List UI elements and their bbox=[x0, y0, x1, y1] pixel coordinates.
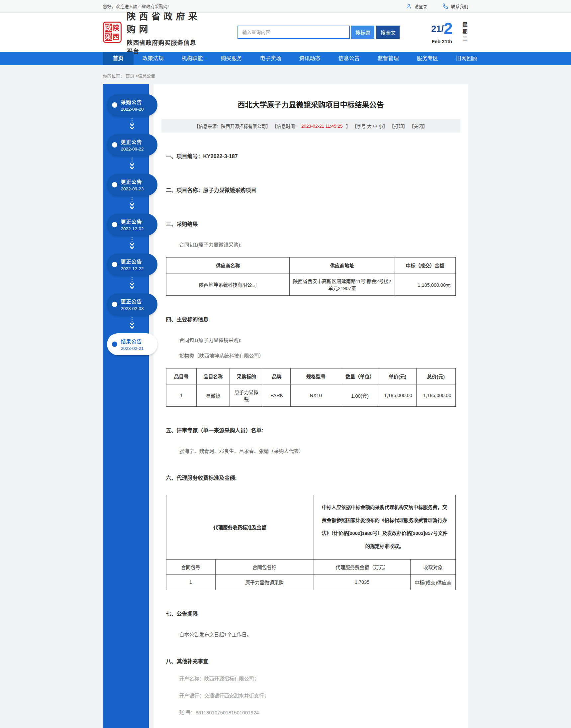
table-header: 合同包号 bbox=[166, 559, 215, 575]
meta-print-button[interactable]: 【打印】 bbox=[389, 123, 407, 129]
search-title-button[interactable]: 搜标题 bbox=[351, 26, 374, 39]
nav-item-news[interactable]: 资讯动态 bbox=[290, 52, 330, 65]
timeline-arrow-icon bbox=[107, 276, 157, 293]
nav-item-announcements[interactable]: 信息公告 bbox=[330, 52, 369, 65]
timeline-date: 2022-12-02 bbox=[121, 226, 157, 231]
breadcrumb-current: >信息公告 bbox=[135, 74, 155, 78]
timeline-date: 2023-02-03 bbox=[121, 306, 157, 311]
table-header: 供应商名称 bbox=[166, 257, 290, 274]
table-header: 合同包名称 bbox=[215, 559, 314, 575]
date-month: 2 bbox=[444, 21, 453, 36]
nav-item-home[interactable]: 首页 bbox=[103, 52, 133, 65]
bank-name: 开户银行：交通银行西安甜水井街支行； bbox=[166, 692, 456, 699]
bank-account-name: 开户名称：陕西开源招标有限公司； bbox=[166, 675, 456, 682]
notice-period: 自本公告发布之日起1个工作日。 bbox=[166, 631, 456, 638]
table-header: 品牌 bbox=[263, 369, 291, 385]
table-header: 供应商地址 bbox=[290, 257, 394, 274]
phone-icon bbox=[442, 3, 448, 9]
search-input[interactable] bbox=[237, 26, 350, 39]
timeline-arrow-icon bbox=[107, 196, 157, 214]
meta-close-button[interactable]: 【关闭】 bbox=[409, 123, 427, 129]
timeline-item-result-notice[interactable]: 结果公告 2023-02-21 bbox=[107, 333, 157, 355]
logo-char: 西 bbox=[113, 32, 120, 41]
meta-fontsize-controls[interactable]: 【字号 大 中 小】 bbox=[352, 123, 388, 129]
contact-link[interactable]: 联系我们 bbox=[442, 3, 468, 9]
timeline-item-correction-5[interactable]: 更正公告 2023-02-03 bbox=[107, 293, 157, 315]
bank-account-number: 账 号：86113010750181501001924 bbox=[166, 709, 456, 716]
meta-time-value: 2023-02-21 11:45:25 bbox=[301, 124, 342, 129]
timeline-label: 更正公告 bbox=[121, 298, 157, 305]
expert-list: 张海宁、魏青珂、邓良生、吕永春、张婧（采购人代表） bbox=[166, 447, 456, 454]
search-zone: 搜标题 搜全文 bbox=[237, 26, 399, 39]
timeline-item-purchase-notice[interactable]: 采购公告 2022-09-20 bbox=[107, 94, 157, 116]
weekday-label: 星期二 bbox=[461, 22, 468, 43]
project-number: KY2022-3-187 bbox=[203, 153, 238, 159]
table-row: 陕西地坤系统科技有限公司 陕西省西安市高新区唐延南路11号i都会2号楼2单元21… bbox=[166, 274, 455, 296]
category-line: 货物类（陕西地坤系统科技有限公司） bbox=[166, 352, 456, 359]
login-link[interactable]: 请登录 bbox=[406, 3, 427, 9]
article-panel: 西北大学原子力显微镜采购项目中标结果公告 【信息来源：陕西开源招标有限公司】 【… bbox=[153, 84, 468, 728]
table-header: 单价(元) bbox=[379, 369, 416, 385]
fee-payer: 中标(成交)供应商 bbox=[411, 575, 455, 590]
meta-time-label: 【信息时间： bbox=[272, 123, 299, 129]
nav-item-supervision[interactable]: 监督管理 bbox=[369, 52, 408, 65]
timeline-label: 更正公告 bbox=[121, 258, 157, 265]
package-line: 合同包1(原子力显微镜采购): bbox=[166, 336, 456, 343]
top-utility-bar: 您好，欢迎进入陕西省政府采购网! 请登录 联系我们 bbox=[0, 0, 571, 13]
main-nav: 首页 政策法规 机构职能 购买服务 电子卖场 资讯动态 信息公告 监督管理 服务… bbox=[0, 52, 571, 65]
item-brand: PARK bbox=[263, 385, 291, 407]
nav-item-functions[interactable]: 机构职能 bbox=[173, 52, 212, 65]
site-brand: 政 陕 采 西 陕西省政府采购网 陕西省政府购买服务信息平台 bbox=[103, 9, 201, 55]
package-line: 合同包1(原子力显微镜采购): bbox=[166, 241, 456, 248]
nav-item-purchase-service[interactable]: 购买服务 bbox=[212, 52, 251, 65]
timeline-dot bbox=[112, 102, 117, 108]
item-qty: 1.00(套) bbox=[341, 385, 379, 407]
nav-item-old-site[interactable]: 旧网回顾 bbox=[447, 52, 486, 65]
login-label: 请登录 bbox=[414, 3, 427, 9]
section2-heading: 二、项目名称： bbox=[166, 187, 203, 193]
section1-heading: 一、项目编号： bbox=[166, 153, 203, 159]
timeline-item-correction-2[interactable]: 更正公告 2022-09-23 bbox=[107, 174, 157, 196]
item-unit-price: 1,185,000.00 bbox=[379, 385, 416, 407]
timeline-dot bbox=[112, 341, 117, 347]
item-model: NX10 bbox=[291, 385, 341, 407]
meta-source: 【信息来源：陕西开源招标有限公司】 bbox=[194, 123, 271, 129]
item-name: 显微镜 bbox=[196, 385, 230, 407]
bid-items-table: 品目号 品目名称 采购标的 品牌 规格型号 数量（单位） 单价(元) 总价(元)… bbox=[166, 368, 456, 407]
date-day: 21 bbox=[431, 24, 441, 34]
table-header: 收取对象 bbox=[411, 559, 455, 575]
timeline-label: 结果公告 bbox=[121, 338, 157, 344]
timeline-item-correction-3[interactable]: 更正公告 2022-12-02 bbox=[107, 214, 157, 235]
table-header: 规格型号 bbox=[291, 369, 341, 385]
page-title: 西北大学原子力显微镜采购项目中标结果公告 bbox=[153, 84, 468, 109]
timeline-label: 更正公告 bbox=[121, 178, 157, 185]
date-english: Feb 21th bbox=[431, 38, 452, 44]
timeline-date: 2023-02-21 bbox=[121, 346, 157, 351]
announcement-timeline: 采购公告 2022-09-20 更正公告 2022-09-22 更正公告 202… bbox=[103, 84, 149, 728]
timeline-item-correction-1[interactable]: 更正公告 2022-09-22 bbox=[107, 134, 157, 156]
date-slash: / bbox=[441, 24, 444, 34]
timeline-item-correction-4[interactable]: 更正公告 2022-12-22 bbox=[107, 253, 157, 276]
timeline-label: 更正公告 bbox=[121, 218, 157, 225]
breadcrumb-label: 你的位置： bbox=[103, 74, 125, 78]
nav-item-service-zone[interactable]: 服务专区 bbox=[408, 52, 447, 65]
meta-time-close: 】 bbox=[344, 123, 350, 129]
timeline-date: 2022-09-23 bbox=[121, 186, 157, 191]
timeline-dot bbox=[112, 262, 117, 267]
timeline-label: 更正公告 bbox=[121, 138, 157, 145]
timeline-dot bbox=[112, 302, 117, 307]
award-amount: 1,185,000.00元 bbox=[394, 274, 455, 296]
welcome-text: 您好，欢迎进入陕西省政府采购网! bbox=[103, 3, 169, 9]
fee-amount: 1.7035 bbox=[314, 575, 411, 590]
table-header: 数量（单位） bbox=[341, 369, 379, 385]
nav-item-e-market[interactable]: 电子卖场 bbox=[251, 52, 290, 65]
search-fulltext-button[interactable]: 搜全文 bbox=[376, 26, 399, 39]
logo-char: 政 bbox=[105, 24, 112, 32]
table-header: 中标（成交）金额 bbox=[394, 257, 455, 274]
breadcrumb-home[interactable]: 首页 bbox=[126, 74, 134, 78]
fee-standard-label: 代理服务收费标准及金额 bbox=[166, 495, 314, 559]
nav-item-policies[interactable]: 政策法规 bbox=[133, 52, 173, 65]
fee-package-name: 原子力显微镜采购 bbox=[215, 575, 314, 590]
fee-standard-description: 中标人应依据中标金额向采购代理机构交纳中标服务费，交费金额参照国家计委颁布的《招… bbox=[314, 495, 455, 559]
timeline-arrow-icon bbox=[107, 116, 157, 134]
